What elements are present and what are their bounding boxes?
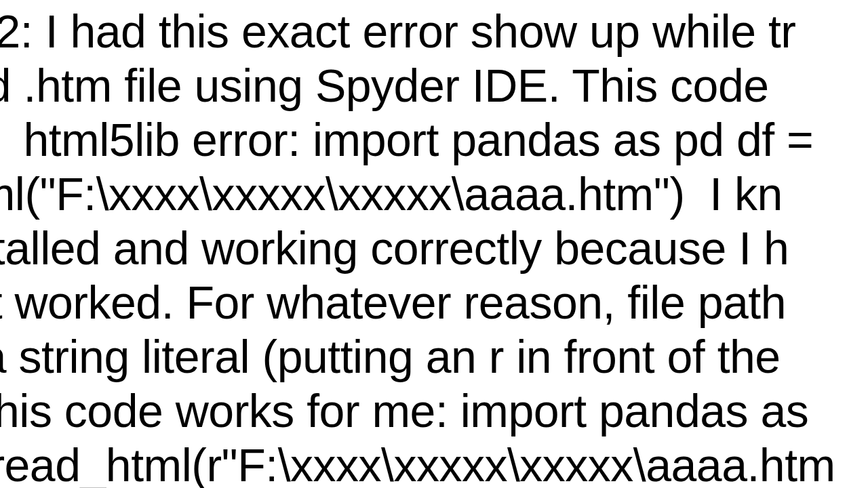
text-line-7: This code works for me: import pandas as xyxy=(0,384,808,438)
text-line-8: read_html(r"F:\xxxx\xxxxx\xxxxx\aaaa.htm xyxy=(0,438,835,488)
text-line-5: hat worked. For whatever reason, file pa… xyxy=(0,275,786,329)
answer-body-text: r 2: I had this exact error show up whil… xyxy=(0,4,868,488)
text-line-0: r 2: I had this exact error show up whil… xyxy=(0,4,795,58)
text-line-4: nstalled and working correctly because I… xyxy=(0,221,789,275)
text-line-6: e a string literal (putting an r in fron… xyxy=(0,329,781,384)
text-line-1: ved .htm file using Spyder IDE. This cod… xyxy=(0,58,769,113)
text-line-2: html5lib error: import pandas as pd df = xyxy=(11,113,813,167)
text-line-3: html("F:\xxxx\xxxxx\xxxxx\aaaa.htm") I k… xyxy=(0,167,783,221)
